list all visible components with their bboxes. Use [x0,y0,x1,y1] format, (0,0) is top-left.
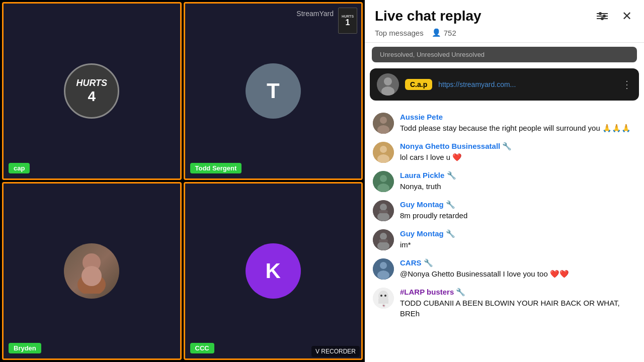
cap-banner-avatar [377,73,399,96]
close-icon: ✕ [622,9,632,23]
ccc-label: CCC [190,343,214,353]
message-content: #LARP busters 🔧 TODD CUBANII A BEEN BLOW… [400,288,636,319]
message-text: Nonya, truth [400,181,636,192]
svg-rect-18 [379,210,388,213]
list-item: Aussie Pete Todd please stay because the… [365,109,644,138]
pinned-message-bar: Unresolved, Unresolved Unresolved [372,47,637,62]
top-messages-label: Top messages [375,29,424,37]
message-content: Aussie Pete Todd please stay because the… [400,113,636,133]
avatar [373,200,394,221]
svg-point-10 [380,146,387,153]
guy2-avatar-img [373,229,394,250]
viewer-number: 752 [444,29,456,37]
larp-avatar-img: 👻 [373,288,394,309]
cap-avatar: HURTS 4 [64,63,119,119]
message-content: Nonya Ghetto Businessatall 🔧 lol cars I … [400,142,636,162]
svg-point-16 [380,204,387,211]
message-text: @Nonya Ghetto Businessatall I love you t… [400,268,636,279]
viewer-count: 👤 752 [432,28,456,37]
laura-avatar-img [373,171,394,192]
svg-point-25 [377,270,389,280]
video-cell-cap: HURTS 4 cap [2,2,182,180]
message-username: Aussie Pete [400,113,443,121]
message-username: #LARP busters 🔧 [400,288,465,296]
guy1-avatar-img [373,200,394,221]
svg-point-30 [384,295,386,297]
cap-label: cap [9,163,30,173]
message-username: Guy Montag 🔧 [400,200,455,209]
svg-point-21 [377,241,389,250]
avatar [373,113,394,134]
video-panel: HURTS 4 cap T StreamYard HURTS 1 Todd Se… [0,0,365,362]
avatar: 👻 [373,288,394,309]
hurts-num: 4 [88,88,96,105]
ccc-avatar: K [246,243,301,299]
sliders-button[interactable] [595,11,610,21]
cap-avatar-image [377,73,399,96]
svg-point-13 [380,175,387,182]
list-item: Guy Montag 🔧 im* [365,225,644,254]
streamyard-watermark: StreamYard [296,10,334,18]
close-button[interactable]: ✕ [620,7,634,25]
video-grid: HURTS 4 cap T StreamYard HURTS 1 Todd Se… [0,0,365,362]
message-username: CARS 🔧 [400,258,433,267]
bryden-photo [64,243,119,299]
svg-point-7 [380,117,387,124]
video-cell-bryden: Bryden [2,182,182,360]
message-username: Guy Montag 🔧 [400,229,455,238]
chat-header-icons: ✕ [595,7,634,25]
chat-panel: Live chat replay ✕ Top messages 👤 752 Un… [365,0,644,362]
svg-point-17 [377,212,389,221]
list-item: 👻 #LARP busters 🔧 TODD CUBANII A BEEN BL… [365,284,644,323]
viewer-icon: 👤 [432,28,441,37]
svg-point-29 [380,295,382,297]
message-content: CARS 🔧 @Nonya Ghetto Businessatall I lov… [400,258,636,279]
message-text: im* [400,239,636,250]
list-item: Nonya Ghetto Businessatall 🔧 lol cars I … [365,138,644,167]
three-dots-icon[interactable]: ⋮ [622,78,632,90]
chat-title-row: Live chat replay ✕ [375,7,634,25]
v-recorder-watermark: V RECORDER [311,346,360,357]
svg-text:👻: 👻 [382,304,386,308]
svg-point-20 [380,233,387,240]
jersey-thumbnail: HURTS 1 [338,8,357,34]
chat-header: Live chat replay ✕ Top messages 👤 752 [365,0,644,43]
chat-messages-list: Aussie Pete Todd please stay because the… [365,105,644,362]
aussie-avatar-img [373,113,394,134]
svg-point-2 [82,266,102,286]
message-content: Laura Pickle 🔧 Nonya, truth [400,171,636,192]
message-text: 8m proudly retarded [400,210,636,221]
cap-link[interactable]: https://streamyard.com... [438,80,616,88]
message-content: Guy Montag 🔧 im* [400,229,636,250]
chat-meta: Top messages 👤 752 [375,28,634,37]
video-cell-todd: T StreamYard HURTS 1 Todd Sergent [184,2,363,180]
sliders-icon [597,13,608,19]
svg-point-24 [380,262,387,269]
cap-badge: C.a.p [405,79,432,90]
cap-banner: C.a.p https://streamyard.com... ⋮ [370,68,639,101]
message-username: Laura Pickle 🔧 [400,171,456,179]
chat-title: Live chat replay [375,8,481,24]
person-silhouette [69,248,114,294]
svg-rect-22 [379,239,388,242]
list-item: CARS 🔧 @Nonya Ghetto Businessatall I lov… [365,254,644,284]
list-item: Guy Montag 🔧 8m proudly retarded [365,196,644,225]
list-item: Laura Pickle 🔧 Nonya, truth [365,167,644,196]
avatar [373,258,394,280]
hurts-text: HURTS [76,78,107,88]
cars-avatar-img [373,258,394,280]
avatar [373,229,394,250]
video-cell-ccc: K CCC [184,182,363,360]
message-text: lol cars I love u ❤️ [400,152,636,162]
nonya-avatar-img [373,142,394,163]
todd-label: Todd Sergent [190,163,242,173]
todd-avatar: T [246,63,301,119]
avatar [373,171,394,192]
bryden-label: Bryden [9,343,41,353]
message-text: Todd please stay because the right peopl… [400,123,636,133]
bryden-avatar [64,243,119,299]
avatar [373,142,394,163]
message-text: TODD CUBANII A BEEN BLOWIN YOUR HAIR BAC… [400,298,636,319]
svg-point-4 [384,77,392,85]
message-username: Nonya Ghetto Businessatall 🔧 [400,142,512,150]
